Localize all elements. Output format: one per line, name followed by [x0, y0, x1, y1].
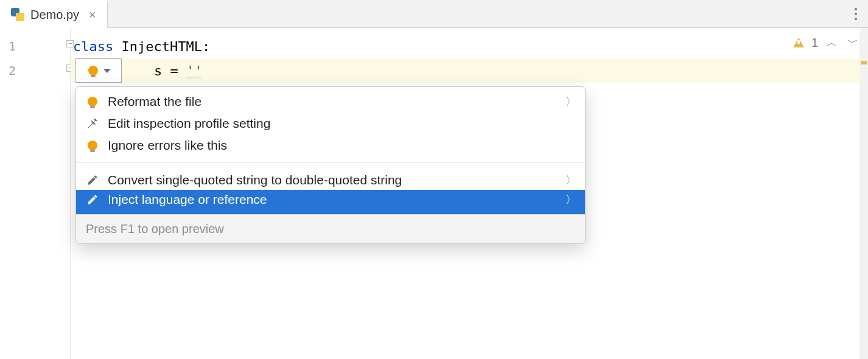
intention-action-label: Reformat the file: [108, 94, 201, 109]
intention-action-label: Convert single-quoted string to double-q…: [108, 173, 402, 187]
error-stripe[interactable]: [859, 28, 868, 359]
bulb-icon: [86, 95, 99, 108]
gutter-line-number: 1: [0, 34, 70, 58]
intention-action-ignore-errors[interactable]: Ignore errors like this: [76, 136, 585, 160]
colon: :: [202, 39, 210, 54]
pencil-icon: [86, 193, 99, 206]
gutter: 1 2 − −: [0, 28, 71, 359]
popup-footer-hint: Press F1 to open preview: [76, 214, 585, 243]
tab-bar: Demo.py ×: [0, 0, 868, 28]
code-line[interactable]: class InjectHTML:: [71, 34, 868, 58]
keyword-class: class: [73, 39, 113, 54]
intention-action-label: Inject language or reference: [108, 192, 267, 207]
file-tab[interactable]: Demo.py ×: [0, 0, 108, 28]
intention-action-edit-profile[interactable]: Edit inspection profile setting: [76, 111, 585, 136]
bulb-icon: [86, 139, 99, 152]
chevron-right-icon: 〉: [565, 94, 576, 109]
warning-marker[interactable]: [861, 61, 867, 64]
intention-action-reformat[interactable]: Reformat the file 〉: [76, 87, 585, 111]
intention-bulb-button[interactable]: [75, 58, 122, 83]
more-options-icon[interactable]: [851, 0, 861, 28]
intention-actions-popup: Reformat the file 〉 Edit inspection prof…: [75, 86, 586, 244]
intention-action-label: Edit inspection profile setting: [108, 116, 270, 131]
code-line-current[interactable]: s = '': [71, 58, 868, 83]
next-highlight-icon[interactable]: ﹀: [846, 35, 859, 50]
intention-action-inject-language[interactable]: Inject language or reference 〉: [76, 190, 585, 214]
separator: [76, 162, 585, 163]
prev-highlight-icon[interactable]: ︿: [825, 35, 839, 50]
bulb-icon: [86, 64, 100, 77]
pencil-icon: [86, 173, 99, 187]
wrench-icon: [86, 117, 99, 130]
warning-icon[interactable]: [793, 38, 804, 47]
intention-action-label: Ignore errors like this: [108, 138, 227, 153]
chevron-right-icon: 〉: [565, 192, 576, 207]
warning-count: 1: [811, 36, 818, 50]
close-tab-icon[interactable]: ×: [85, 8, 100, 22]
chevron-down-icon: [103, 69, 111, 73]
intention-action-convert-quotes[interactable]: Convert single-quoted string to double-q…: [76, 166, 585, 190]
inspection-status: 1 ︿ ﹀: [793, 35, 859, 50]
chevron-right-icon: 〉: [565, 173, 576, 187]
gutter-line-number: 2: [0, 58, 70, 83]
tab-filename: Demo.py: [30, 8, 79, 22]
variable-name: s: [154, 63, 162, 78]
class-name: InjectHTML: [113, 39, 202, 54]
assign-op: =: [162, 63, 186, 78]
string-literal: '': [186, 63, 203, 78]
python-file-icon: [11, 8, 24, 21]
